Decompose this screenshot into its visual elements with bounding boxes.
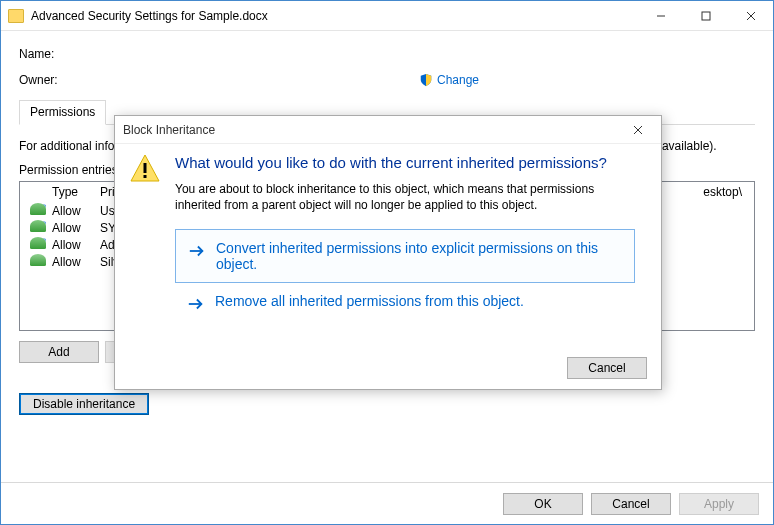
cancel-button[interactable]: Cancel [591,493,671,515]
window-title: Advanced Security Settings for Sample.do… [31,9,638,23]
dialog-cancel-button[interactable]: Cancel [567,357,647,379]
dialog-title: Block Inheritance [123,123,215,137]
user-icon [30,254,46,266]
svg-rect-7 [144,163,147,173]
owner-label: Owner: [19,73,79,87]
users-group-icon [30,203,46,215]
block-inheritance-dialog: Block Inheritance What would you like to… [114,115,662,390]
tab-permissions[interactable]: Permissions [19,100,106,125]
dialog-heading: What would you like to do with the curre… [175,154,641,171]
disable-inheritance-button[interactable]: Disable inheritance [19,393,149,415]
remove-permissions-text: Remove all inherited permissions from th… [215,293,524,309]
maximize-icon [701,11,711,21]
change-owner-link[interactable]: Change [419,73,479,87]
advanced-security-window: Advanced Security Settings for Sample.do… [0,0,774,525]
remove-permissions-option[interactable]: Remove all inherited permissions from th… [175,283,635,323]
change-owner-text: Change [437,73,479,87]
shield-icon [419,73,433,87]
titlebar: Advanced Security Settings for Sample.do… [1,1,773,31]
dialog-titlebar: Block Inheritance [115,116,661,144]
maximize-button[interactable] [683,1,728,30]
users-group-icon [30,237,46,249]
convert-permissions-text: Convert inherited permissions into expli… [216,240,622,272]
column-type[interactable]: Type [46,185,94,199]
folder-icon [8,9,24,23]
warning-icon [129,152,163,323]
close-icon [746,11,756,21]
svg-rect-1 [702,12,710,20]
minimize-button[interactable] [638,1,683,30]
bottom-button-bar: OK Cancel Apply [1,482,773,524]
apply-button: Apply [679,493,759,515]
name-label: Name: [19,47,79,61]
arrow-right-icon [187,295,205,313]
close-button[interactable] [728,1,773,30]
convert-permissions-option[interactable]: Convert inherited permissions into expli… [175,229,635,283]
add-button[interactable]: Add [19,341,99,363]
dialog-body-text: You are about to block inheritance to th… [175,181,605,213]
close-icon [633,125,643,135]
arrow-right-icon [188,242,206,260]
svg-rect-8 [144,175,147,178]
users-group-icon [30,220,46,232]
ok-button[interactable]: OK [503,493,583,515]
minimize-icon [656,11,666,21]
dialog-close-button[interactable] [623,122,653,138]
